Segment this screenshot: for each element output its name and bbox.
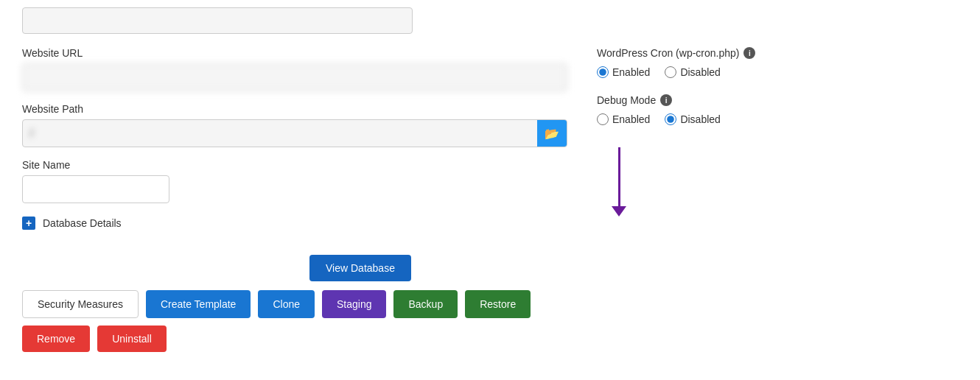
remove-button[interactable]: Remove [22, 326, 90, 352]
buttons-container: View Database Security Measures Create T… [22, 255, 567, 352]
arrow-indicator [597, 147, 641, 217]
staging-button[interactable]: Staging [322, 290, 386, 318]
wordpress-cron-disabled-radio[interactable] [665, 66, 676, 78]
debug-mode-enabled-label: Enabled [612, 113, 650, 125]
database-details-label: Database Details [43, 217, 122, 229]
debug-mode-title: Debug Mode [597, 94, 656, 106]
site-name-label: Site Name [22, 159, 567, 171]
right-panel: WordPress Cron (wp-cron.php) i Enabled D… [597, 47, 958, 365]
wordpress-cron-title: WordPress Cron (wp-cron.php) [597, 47, 739, 59]
debug-mode-disabled-label: Disabled [680, 113, 720, 125]
restore-button[interactable]: Restore [465, 290, 531, 318]
plus-icon[interactable]: + [22, 217, 35, 230]
clone-button[interactable]: Clone [258, 290, 315, 318]
arrow-line [618, 147, 620, 206]
top-input-field[interactable] [22, 7, 413, 34]
debug-mode-enabled-radio[interactable] [597, 113, 609, 125]
website-path-input[interactable] [23, 127, 537, 139]
debug-mode-info-icon[interactable]: i [660, 94, 672, 106]
wordpress-cron-enabled-option[interactable]: Enabled [597, 66, 650, 78]
left-panel: Website URL Website Path 📂 Site Name Bra… [22, 47, 567, 365]
wordpress-cron-info-icon[interactable]: i [743, 47, 755, 59]
arrow-head [612, 206, 626, 217]
wordpress-cron-disabled-option[interactable]: Disabled [665, 66, 720, 78]
debug-mode-disabled-option[interactable]: Disabled [665, 113, 720, 125]
website-url-label: Website URL [22, 47, 567, 59]
website-path-label: Website Path [22, 103, 567, 115]
wordpress-cron-enabled-label: Enabled [612, 66, 650, 78]
folder-icon: 📂 [545, 127, 559, 141]
debug-mode-enabled-option[interactable]: Enabled [597, 113, 650, 125]
security-measures-button[interactable]: Security Measures [22, 290, 139, 318]
debug-mode-section: Debug Mode i [597, 94, 958, 106]
site-name-input[interactable]: Brainbox [22, 175, 169, 203]
create-template-button[interactable]: Create Template [146, 290, 251, 318]
page-wrapper: Website URL Website Path 📂 Site Name Bra… [0, 0, 980, 380]
wordpress-cron-enabled-radio[interactable] [597, 66, 609, 78]
wordpress-cron-disabled-label: Disabled [680, 66, 720, 78]
debug-mode-radio-group: Enabled Disabled [597, 113, 958, 125]
path-browse-button[interactable]: 📂 [537, 119, 567, 147]
wordpress-cron-section: WordPress Cron (wp-cron.php) i [597, 47, 958, 59]
main-content: Website URL Website Path 📂 Site Name Bra… [22, 47, 958, 365]
database-details-section: + Database Details [22, 217, 567, 230]
uninstall-button[interactable]: Uninstall [97, 326, 167, 352]
view-database-button[interactable]: View Database [309, 255, 411, 281]
website-url-input[interactable] [22, 63, 567, 91]
backup-button[interactable]: Backup [393, 290, 458, 318]
wordpress-cron-radio-group: Enabled Disabled [597, 66, 958, 78]
debug-mode-disabled-radio[interactable] [665, 113, 676, 125]
main-action-buttons: Security Measures Create Template Clone … [22, 290, 567, 352]
full-buttons-area: View Database Security Measures Create T… [22, 255, 567, 352]
view-db-row: View Database [309, 255, 411, 281]
website-path-wrapper: 📂 [22, 119, 567, 147]
